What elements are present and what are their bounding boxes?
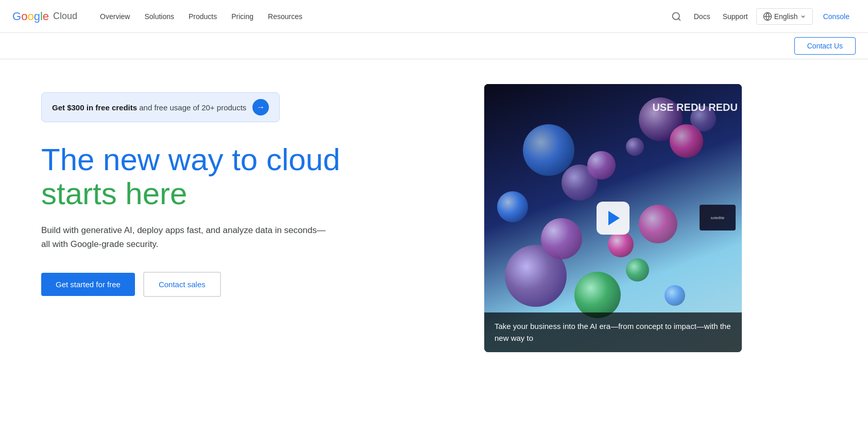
- video-caption: Take your business into the AI era—from …: [484, 312, 742, 352]
- sphere-decoration: [639, 205, 677, 243]
- sphere-decoration: [626, 258, 649, 282]
- google-cloud-logo[interactable]: Google Cloud: [12, 10, 77, 23]
- video-overlay-text: USE REDU REDU: [652, 101, 742, 114]
- promo-text: Get $300 in free credits and free usage …: [52, 103, 246, 112]
- nav-overview[interactable]: Overview: [94, 8, 136, 25]
- promo-rest-text: and free usage of 20+ products: [139, 103, 246, 112]
- video-thumbnail[interactable]: USE REDU REDU sotellite Take your busine…: [484, 84, 742, 352]
- promo-arrow-icon: →: [252, 99, 269, 116]
- get-started-button[interactable]: Get started for free: [41, 273, 135, 296]
- header-right-controls: Docs Support English Console: [667, 7, 856, 26]
- language-label: English: [774, 12, 798, 21]
- contact-sales-button[interactable]: Contact sales: [143, 272, 221, 297]
- thumbnail-label: sotellite: [709, 214, 725, 221]
- support-link[interactable]: Support: [719, 8, 752, 25]
- google-wordmark: Google: [12, 10, 49, 23]
- search-button[interactable]: [667, 7, 686, 26]
- nav-resources[interactable]: Resources: [262, 8, 309, 25]
- console-link[interactable]: Console: [817, 8, 856, 25]
- hero-title: The new way to cloud starts here: [41, 143, 464, 211]
- main-nav: Overview Solutions Products Pricing Reso…: [94, 8, 667, 25]
- sphere-decoration: [626, 138, 644, 156]
- site-header: Google Cloud Overview Solutions Products…: [0, 0, 868, 33]
- sphere-decoration: [497, 191, 528, 222]
- nav-products[interactable]: Products: [182, 8, 223, 25]
- promo-bold-text: Get $300 in free credits: [52, 103, 137, 112]
- hero-title-line1: The new way to cloud: [41, 143, 464, 177]
- sphere-decoration: [587, 151, 616, 179]
- sphere-decoration: [574, 272, 621, 318]
- cloud-wordmark: Cloud: [53, 11, 77, 22]
- video-thumbnail-small[interactable]: sotellite: [700, 205, 736, 230]
- play-button[interactable]: [597, 202, 629, 235]
- hero-video-area: USE REDU REDU sotellite Take your busine…: [484, 84, 742, 352]
- hero-section: Get $300 in free credits and free usage …: [41, 84, 464, 297]
- nav-solutions[interactable]: Solutions: [138, 8, 180, 25]
- sphere-decoration: [541, 218, 582, 259]
- contact-strip: Contact Us: [0, 33, 868, 59]
- play-icon: [608, 211, 620, 225]
- contact-us-button[interactable]: Contact Us: [794, 37, 856, 55]
- hero-subtitle: Build with generative AI, deploy apps fa…: [41, 223, 350, 251]
- sphere-decoration: [523, 124, 574, 176]
- main-content: Get $300 in free credits and free usage …: [0, 59, 868, 420]
- docs-link[interactable]: Docs: [690, 8, 714, 25]
- svg-line-1: [678, 18, 680, 20]
- nav-pricing[interactable]: Pricing: [225, 8, 260, 25]
- sphere-decoration: [665, 285, 685, 306]
- cta-buttons: Get started for free Contact sales: [41, 272, 464, 297]
- sphere-decoration: [608, 232, 634, 257]
- language-selector[interactable]: English: [756, 8, 813, 25]
- play-button-container[interactable]: [597, 202, 629, 235]
- promo-banner[interactable]: Get $300 in free credits and free usage …: [41, 92, 280, 122]
- hero-title-line2: starts here: [41, 177, 464, 211]
